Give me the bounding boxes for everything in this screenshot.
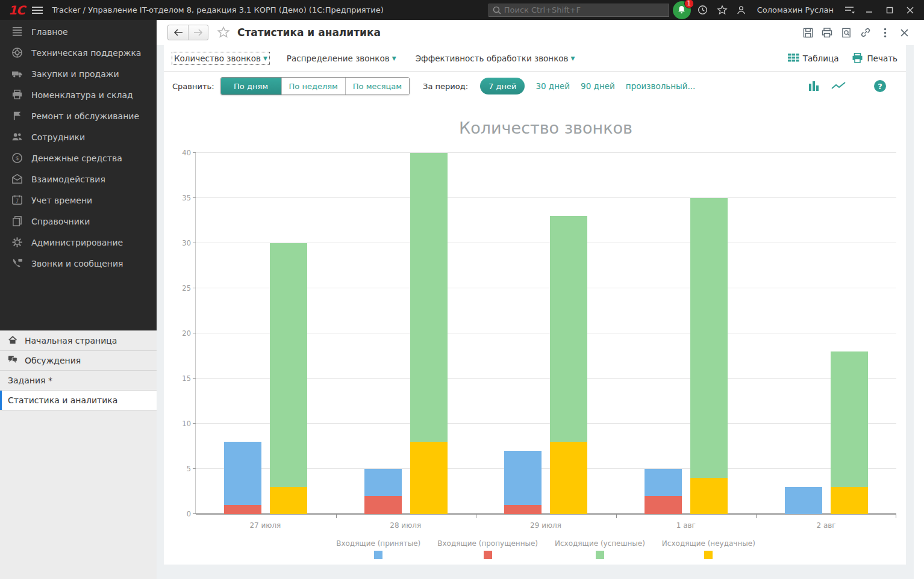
favorites-star-icon[interactable] <box>714 2 731 18</box>
hamburger-menu-icon[interactable] <box>31 4 44 17</box>
x-axis-label: 2 авг <box>756 521 896 530</box>
more-actions-icon[interactable] <box>877 25 893 40</box>
sidebar-item-truck[interactable]: Закупки и продажи <box>0 63 157 84</box>
bar-segment[interactable] <box>831 351 868 487</box>
x-axis-label: 27 июля <box>195 521 336 530</box>
sidebar-item-time[interactable]: 7Учет времени <box>0 190 157 211</box>
maximize-button[interactable] <box>881 2 899 18</box>
legend-swatch <box>704 551 713 559</box>
bar-segment[interactable] <box>645 496 682 514</box>
bar-segment[interactable] <box>785 487 822 514</box>
save-icon[interactable] <box>800 25 816 40</box>
sidebar-item-support[interactable]: Техническая поддержка <box>0 42 157 63</box>
calls-icon <box>11 258 23 270</box>
bar-segment[interactable] <box>224 442 261 505</box>
print-icon[interactable] <box>819 25 835 40</box>
sidebar-tab-discussions[interactable]: Обсуждения <box>0 351 157 371</box>
report-tab-2[interactable]: Эффективность обработки звонков▼ <box>414 52 577 64</box>
report-tab-0[interactable]: Количество звонков▼ <box>172 52 269 64</box>
sidebar-item-references[interactable]: Справочники <box>0 211 157 232</box>
sidebar-tab-home[interactable]: Начальная страница <box>0 331 157 351</box>
bar-segment[interactable] <box>270 243 307 487</box>
back-button[interactable] <box>168 25 188 40</box>
y-axis-label: 20 <box>168 329 191 338</box>
stacked-bar-Исходящие[interactable] <box>831 351 868 514</box>
sidebar-item-employees[interactable]: Сотрудники <box>0 126 157 147</box>
stacked-bar-Входящие[interactable] <box>645 469 682 514</box>
search-input[interactable] <box>504 5 665 14</box>
period-link-0[interactable]: 30 дней <box>535 81 570 91</box>
bar-segment[interactable] <box>550 442 587 514</box>
history-icon[interactable] <box>695 2 711 18</box>
service-menu-icon[interactable] <box>841 2 858 18</box>
bar-segment[interactable] <box>550 216 587 442</box>
stacked-bar-Исходящие[interactable] <box>690 198 728 514</box>
x-axis-label: 29 июля <box>476 521 616 530</box>
bar-chart-view-icon[interactable] <box>808 81 819 91</box>
bar-segment[interactable] <box>364 496 402 514</box>
user-icon[interactable] <box>733 2 750 18</box>
period-7-days-button[interactable]: 7 дней <box>480 78 525 94</box>
bar-segment[interactable] <box>831 487 868 514</box>
sidebar-item-label: Администрирование <box>31 238 123 247</box>
sidebar-item-warehouse[interactable]: Номенклатура и склад <box>0 84 157 105</box>
current-user-name[interactable]: Соломахин Руслан <box>757 5 834 14</box>
sidebar-tab-item-2[interactable]: Задания * <box>0 371 157 391</box>
period-link-2[interactable]: произвольный... <box>626 81 696 91</box>
compare-option-0[interactable]: По дням <box>221 78 281 94</box>
compare-option-1[interactable]: По неделям <box>281 78 345 94</box>
line-chart-view-icon[interactable] <box>831 82 846 90</box>
stacked-bar-Входящие[interactable] <box>785 487 822 514</box>
bar-segment[interactable] <box>504 451 542 505</box>
svg-text:$: $ <box>15 155 19 161</box>
x-axis-tick <box>896 515 896 518</box>
sidebar-item-repair[interactable]: Ремонт и обслуживание <box>0 105 157 126</box>
table-view-button[interactable]: Таблица <box>788 54 839 63</box>
sidebar-item-label: Денежные средства <box>31 153 122 163</box>
bar-segment[interactable] <box>364 469 402 496</box>
print-report-button[interactable]: Печать <box>852 53 897 63</box>
forward-button[interactable] <box>188 25 208 40</box>
discussions-icon <box>8 355 19 366</box>
report-tab-1[interactable]: Распределение звонков▼ <box>285 52 398 64</box>
sidebar-tab-item-3[interactable]: Статистика и аналитика <box>0 391 157 410</box>
bar-segment[interactable] <box>690 478 728 514</box>
sidebar-item-main-menu[interactable]: Главное <box>0 21 157 42</box>
print-preview-icon[interactable] <box>838 25 854 40</box>
stacked-bar-Входящие[interactable] <box>224 442 261 514</box>
stacked-bar-Входящие[interactable] <box>364 469 402 514</box>
bar-segment[interactable] <box>645 469 682 496</box>
y-axis-label: 0 <box>168 510 191 518</box>
stacked-bar-Входящие[interactable] <box>504 451 542 514</box>
stacked-bar-Исходящие[interactable] <box>410 153 448 514</box>
bar-segment[interactable] <box>270 487 307 514</box>
bar-segment[interactable] <box>410 442 448 514</box>
minimize-button[interactable] <box>860 2 878 18</box>
stacked-bar-Исходящие[interactable] <box>550 216 587 514</box>
stacked-bar-Исходящие[interactable] <box>270 243 307 514</box>
time-icon: 7 <box>11 194 23 206</box>
bar-segment[interactable] <box>690 198 728 478</box>
period-label: За период: <box>423 82 468 91</box>
sidebar-item-administration[interactable]: Администрирование <box>0 232 157 253</box>
legend-swatch <box>374 551 382 559</box>
bar-segment[interactable] <box>224 505 261 514</box>
bar-segment[interactable] <box>504 505 542 514</box>
sidebar-item-label: Главное <box>31 27 68 37</box>
global-search[interactable] <box>489 4 669 17</box>
legend-swatch <box>596 551 604 559</box>
close-form-icon[interactable] <box>896 25 912 40</box>
bar-segment[interactable] <box>410 153 448 442</box>
sidebar-item-money[interactable]: $Денежные средства <box>0 147 157 169</box>
get-link-icon[interactable] <box>858 25 873 40</box>
notifications-button[interactable]: 1 <box>673 1 691 19</box>
sidebar-item-interactions[interactable]: Взаимодействия <box>0 169 157 190</box>
references-icon <box>11 215 23 228</box>
help-icon[interactable]: ? <box>873 79 887 93</box>
close-window-button[interactable] <box>901 2 919 18</box>
compare-option-2[interactable]: По месяцам <box>345 78 409 94</box>
sidebar-item-calls[interactable]: Звонки и сообщения <box>0 253 157 274</box>
period-link-1[interactable]: 90 дней <box>581 81 615 91</box>
favorite-star-icon[interactable] <box>217 26 230 39</box>
bar-group-1 авг <box>616 153 757 514</box>
